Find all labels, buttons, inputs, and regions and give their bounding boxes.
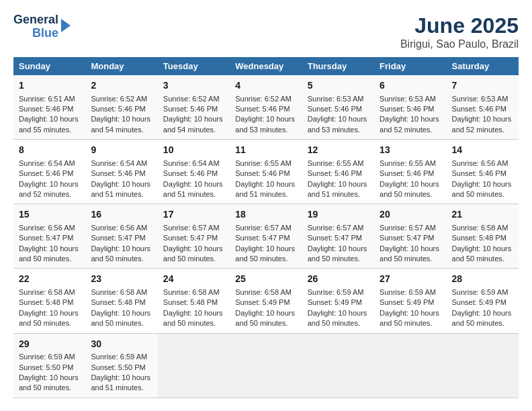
day-info: Daylight: 10 hours and 53 minutes. bbox=[235, 114, 296, 135]
col-friday: Friday bbox=[374, 57, 446, 75]
day-info: Daylight: 10 hours and 51 minutes. bbox=[308, 179, 369, 200]
day-info: Sunrise: 6:55 AM bbox=[380, 158, 441, 169]
table-cell: 8Sunrise: 6:54 AMSunset: 5:46 PMDaylight… bbox=[13, 140, 85, 204]
logo-text-blue: Blue bbox=[32, 27, 58, 40]
day-info: Daylight: 10 hours and 54 minutes. bbox=[163, 114, 224, 135]
col-monday: Monday bbox=[85, 57, 157, 75]
table-cell: 4Sunrise: 6:52 AMSunset: 5:46 PMDaylight… bbox=[230, 75, 302, 140]
day-info: Sunrise: 6:53 AM bbox=[380, 94, 441, 104]
day-number: 12 bbox=[308, 144, 369, 157]
day-info: Sunrise: 6:54 AM bbox=[91, 158, 152, 169]
day-info: Daylight: 10 hours and 50 minutes. bbox=[308, 308, 369, 329]
table-cell: 12Sunrise: 6:55 AMSunset: 5:46 PMDayligh… bbox=[302, 140, 374, 204]
day-info: Sunset: 5:46 PM bbox=[19, 104, 80, 114]
table-cell: 20Sunrise: 6:57 AMSunset: 5:47 PMDayligh… bbox=[374, 204, 446, 269]
table-cell: 2Sunrise: 6:52 AMSunset: 5:46 PMDaylight… bbox=[85, 75, 157, 140]
day-info: Sunrise: 6:52 AM bbox=[163, 94, 224, 104]
day-number: 18 bbox=[235, 208, 296, 222]
calendar-week-row: 29Sunrise: 6:59 AMSunset: 5:50 PMDayligh… bbox=[13, 333, 519, 398]
day-info: Sunset: 5:47 PM bbox=[380, 233, 441, 243]
day-info: Sunset: 5:47 PM bbox=[235, 233, 296, 243]
day-info: Sunset: 5:48 PM bbox=[452, 233, 513, 243]
table-cell: 11Sunrise: 6:55 AMSunset: 5:46 PMDayligh… bbox=[230, 140, 302, 204]
day-number: 29 bbox=[19, 338, 80, 351]
table-cell: 30Sunrise: 6:59 AMSunset: 5:50 PMDayligh… bbox=[85, 333, 157, 398]
day-info: Daylight: 10 hours and 52 minutes. bbox=[452, 114, 513, 135]
day-number: 6 bbox=[380, 79, 441, 93]
day-info: Sunrise: 6:51 AM bbox=[19, 94, 80, 104]
day-info: Sunset: 5:46 PM bbox=[235, 169, 296, 179]
day-info: Daylight: 10 hours and 53 minutes. bbox=[308, 114, 369, 135]
day-info: Sunset: 5:46 PM bbox=[452, 104, 513, 114]
table-cell: 5Sunrise: 6:53 AMSunset: 5:46 PMDaylight… bbox=[302, 75, 374, 140]
day-number: 14 bbox=[452, 144, 513, 157]
table-cell: 18Sunrise: 6:57 AMSunset: 5:47 PMDayligh… bbox=[230, 204, 302, 269]
table-cell: 9Sunrise: 6:54 AMSunset: 5:46 PMDaylight… bbox=[85, 140, 157, 204]
day-number: 10 bbox=[163, 144, 224, 157]
day-number: 15 bbox=[19, 208, 80, 222]
day-info: Sunrise: 6:56 AM bbox=[452, 158, 513, 169]
day-info: Sunrise: 6:55 AM bbox=[235, 158, 296, 169]
day-info: Daylight: 10 hours and 51 minutes. bbox=[235, 179, 296, 200]
day-info: Sunset: 5:49 PM bbox=[308, 298, 369, 308]
day-info: Daylight: 10 hours and 51 minutes. bbox=[163, 179, 224, 200]
day-info: Daylight: 10 hours and 50 minutes. bbox=[308, 244, 369, 265]
title-block: June 2025 Birigui, Sao Paulo, Brazil bbox=[400, 13, 519, 50]
day-info: Daylight: 10 hours and 50 minutes. bbox=[91, 308, 152, 329]
day-info: Sunset: 5:46 PM bbox=[452, 169, 513, 179]
day-info: Sunrise: 6:59 AM bbox=[452, 287, 513, 298]
table-cell: 27Sunrise: 6:59 AMSunset: 5:49 PMDayligh… bbox=[374, 269, 446, 333]
day-info: Sunrise: 6:54 AM bbox=[19, 158, 80, 169]
day-number: 4 bbox=[235, 79, 296, 93]
day-number: 20 bbox=[380, 208, 441, 222]
day-info: Daylight: 10 hours and 50 minutes. bbox=[452, 179, 513, 200]
logo: General Blue bbox=[13, 13, 71, 40]
table-cell: 28Sunrise: 6:59 AMSunset: 5:49 PMDayligh… bbox=[447, 269, 519, 333]
day-info: Sunset: 5:46 PM bbox=[235, 104, 296, 114]
day-info: Daylight: 10 hours and 50 minutes. bbox=[235, 308, 296, 329]
day-number: 3 bbox=[163, 79, 224, 93]
logo-arrow-icon bbox=[61, 19, 71, 32]
day-info: Sunrise: 6:57 AM bbox=[308, 223, 369, 233]
day-info: Sunrise: 6:58 AM bbox=[91, 287, 152, 298]
day-info: Sunset: 5:46 PM bbox=[163, 104, 224, 114]
day-info: Sunrise: 6:58 AM bbox=[235, 287, 296, 298]
table-cell bbox=[230, 333, 302, 398]
day-number: 19 bbox=[308, 208, 369, 222]
day-info: Sunset: 5:46 PM bbox=[380, 104, 441, 114]
day-info: Daylight: 10 hours and 50 minutes. bbox=[19, 308, 80, 329]
day-info: Daylight: 10 hours and 51 minutes. bbox=[91, 373, 152, 394]
table-cell: 10Sunrise: 6:54 AMSunset: 5:46 PMDayligh… bbox=[158, 140, 230, 204]
day-info: Sunrise: 6:52 AM bbox=[91, 94, 152, 104]
day-info: Sunset: 5:46 PM bbox=[91, 169, 152, 179]
page-header: General Blue June 2025 Birigui, Sao Paul… bbox=[13, 13, 519, 50]
day-info: Sunset: 5:47 PM bbox=[19, 233, 80, 243]
day-info: Daylight: 10 hours and 50 minutes. bbox=[380, 244, 441, 265]
day-info: Sunset: 5:49 PM bbox=[235, 298, 296, 308]
day-info: Sunrise: 6:59 AM bbox=[19, 352, 80, 362]
day-info: Daylight: 10 hours and 50 minutes. bbox=[163, 244, 224, 265]
day-number: 5 bbox=[308, 79, 369, 93]
table-cell bbox=[447, 333, 519, 398]
calendar-table: Sunday Monday Tuesday Wednesday Thursday… bbox=[13, 57, 519, 398]
day-info: Sunset: 5:48 PM bbox=[91, 298, 152, 308]
day-info: Sunset: 5:46 PM bbox=[19, 169, 80, 179]
day-number: 28 bbox=[452, 273, 513, 286]
day-number: 23 bbox=[91, 273, 152, 286]
day-info: Daylight: 10 hours and 50 minutes. bbox=[19, 373, 80, 394]
calendar-week-row: 15Sunrise: 6:56 AMSunset: 5:47 PMDayligh… bbox=[13, 204, 519, 269]
day-number: 17 bbox=[163, 208, 224, 222]
day-number: 24 bbox=[163, 273, 224, 286]
table-cell: 29Sunrise: 6:59 AMSunset: 5:50 PMDayligh… bbox=[13, 333, 85, 398]
table-cell: 24Sunrise: 6:58 AMSunset: 5:48 PMDayligh… bbox=[158, 269, 230, 333]
col-wednesday: Wednesday bbox=[230, 57, 302, 75]
col-sunday: Sunday bbox=[13, 57, 85, 75]
day-number: 27 bbox=[380, 273, 441, 286]
day-info: Sunrise: 6:54 AM bbox=[163, 158, 224, 169]
day-number: 21 bbox=[452, 208, 513, 222]
day-info: Daylight: 10 hours and 55 minutes. bbox=[19, 114, 80, 135]
day-number: 1 bbox=[19, 79, 80, 93]
table-cell: 16Sunrise: 6:56 AMSunset: 5:47 PMDayligh… bbox=[85, 204, 157, 269]
day-info: Sunset: 5:47 PM bbox=[308, 233, 369, 243]
day-info: Sunrise: 6:59 AM bbox=[308, 287, 369, 298]
